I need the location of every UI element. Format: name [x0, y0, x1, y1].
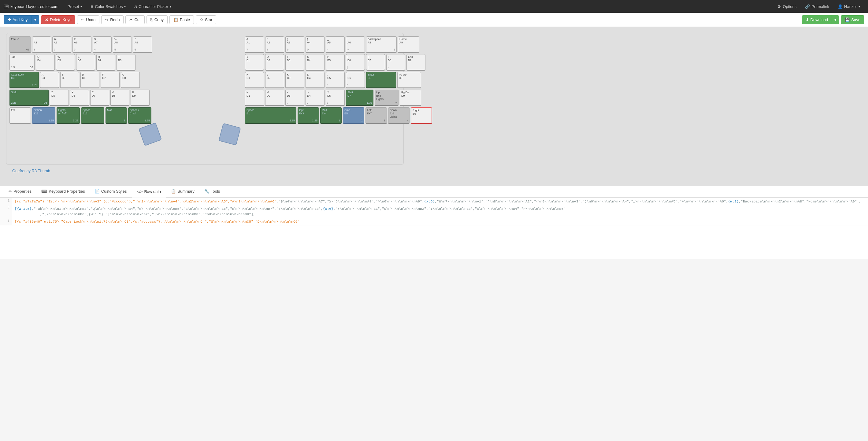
- key-2[interactable]: @A52: [52, 36, 71, 53]
- key-rbracket[interactable]: }B7]: [366, 54, 385, 71]
- key-y[interactable]: YB1: [245, 54, 264, 71]
- key-9[interactable]: (A39: [285, 36, 304, 53]
- key-lbracket[interactable]: {B6[: [346, 54, 365, 71]
- tab-custom-styles[interactable]: 📄 Custom Styles: [90, 186, 132, 197]
- tab-summary[interactable]: 📋 Summary: [166, 186, 199, 197]
- line-content-3[interactable]: [{c:"#436e40",w:1.75},"Caps Lock\n\n\n\n…: [12, 218, 868, 225]
- key-f[interactable]: FC7: [101, 72, 120, 88]
- key-3[interactable]: #A63: [72, 36, 91, 53]
- key-c[interactable]: CD7: [90, 90, 109, 106]
- key-semicolon[interactable]: :C5;: [326, 72, 345, 88]
- key-d[interactable]: DC6: [81, 72, 99, 88]
- nav-permalink[interactable]: 🔗 Permalink: [801, 0, 833, 13]
- key-shift-right[interactable]: ShiftD71.75: [346, 90, 373, 106]
- key-5[interactable]: %A85: [113, 36, 132, 53]
- key-ent[interactable]: Ent: [9, 107, 31, 124]
- key-g[interactable]: GC8: [121, 72, 140, 88]
- key-plus[interactable]: +A6=: [346, 36, 365, 53]
- key-capslock[interactable]: Caps LockC31.75: [9, 72, 39, 88]
- tab-keyboard-properties[interactable]: ⌨ Keyboard Properties: [36, 186, 90, 197]
- line-content-2[interactable]: [{w:1.5},"Tab\n\n\n\n1.5\n\n\n\nB3","Q\n…: [12, 205, 868, 218]
- copy-button[interactable]: ⎘ Copy: [147, 15, 167, 24]
- key-8[interactable]: *A28: [265, 36, 284, 53]
- key-k[interactable]: KC3: [285, 72, 304, 88]
- key-a[interactable]: AC4: [40, 72, 59, 88]
- nav-preset[interactable]: Preset ▾: [63, 0, 87, 13]
- key-h[interactable]: HC1: [245, 72, 264, 88]
- add-key-main[interactable]: ✚ Add Key: [4, 15, 31, 24]
- download-button[interactable]: ⬇ Download ▾: [802, 15, 839, 24]
- key-opt-ex3[interactable]: OptEx31.25: [298, 107, 319, 124]
- nav-color-swatches[interactable]: ⊞ Color Swatches ▾: [86, 0, 130, 13]
- key-option-left[interactable]: Option1251.25: [32, 107, 55, 124]
- key-r[interactable]: RB7: [96, 54, 115, 71]
- key-pgup[interactable]: Pg UpC9: [397, 72, 421, 88]
- key-1[interactable]: !A41: [32, 36, 51, 53]
- key-e[interactable]: EB6: [76, 54, 95, 71]
- key-minus[interactable]: _A5-: [326, 36, 345, 53]
- key-p[interactable]: PB5: [326, 54, 345, 71]
- key-m[interactable]: MD2: [265, 90, 284, 106]
- key-down-ex8[interactable]: DownEx8Lights-: [388, 107, 409, 124]
- line-content-1[interactable]: [{c:"#7a7a7a"},"Esc/~`\n\n\n\n\n\n\n\nA3…: [12, 198, 868, 205]
- key-v[interactable]: VD8: [111, 90, 129, 106]
- key-mo1-ex4[interactable]: Mo1Ex41: [320, 107, 342, 124]
- cut-button[interactable]: ✂ Cut: [125, 15, 144, 24]
- key-z[interactable]: ZD5: [50, 90, 69, 106]
- key-0[interactable]: )A40: [306, 36, 324, 53]
- key-end[interactable]: EndB9: [406, 54, 426, 71]
- save-button[interactable]: 💾 Save: [841, 15, 864, 24]
- nav-character-picker[interactable]: A Character Picker ▾: [130, 0, 175, 13]
- redo-button[interactable]: ↪ Redo: [101, 15, 124, 24]
- key-quote[interactable]: "C6': [346, 72, 365, 88]
- key-b[interactable]: BD9: [131, 90, 150, 106]
- key-right-e9[interactable]: RightE9: [411, 107, 432, 124]
- add-key-caret[interactable]: ▾: [31, 15, 39, 24]
- key-o[interactable]: OB4: [306, 54, 324, 71]
- download-main[interactable]: ⬇ Download: [802, 15, 832, 24]
- key-left-ex7[interactable]: LeftEx71: [366, 107, 387, 124]
- key-cmd-ex5[interactable]: CmdE51: [343, 107, 364, 124]
- tab-raw-data[interactable]: </> Raw data: [132, 186, 166, 197]
- key-space-right[interactable]: SpaceE12.85: [245, 107, 297, 124]
- key-space-cmd[interactable]: Space /Cmd1.25: [128, 107, 151, 124]
- key-backspace[interactable]: BackspaceA82: [366, 36, 397, 53]
- nav-user[interactable]: 👤 Hanzo- ▾: [833, 0, 864, 13]
- key-s[interactable]: SC5: [60, 72, 79, 88]
- key-home[interactable]: HomeA9: [398, 36, 419, 53]
- key-enter[interactable]: EnterC8: [366, 72, 396, 88]
- key-esc[interactable]: Esc/~`A3: [9, 36, 31, 53]
- key-lt[interactable]: <D3,: [285, 90, 304, 106]
- key-pgdn[interactable]: Pg DnD9: [400, 90, 421, 106]
- key-4[interactable]: $A74: [93, 36, 112, 53]
- brand[interactable]: keyboard-layout-editor.com: [4, 4, 58, 9]
- key-x[interactable]: XD6: [70, 90, 89, 106]
- key-space-ex6[interactable]: SpaceEx6: [81, 107, 104, 124]
- key-up-ex8[interactable]: UpEx8Lights+: [375, 90, 399, 106]
- key-t[interactable]: TB8: [117, 54, 135, 71]
- key-lights[interactable]: Lightson / off1.25: [57, 107, 80, 124]
- key-i[interactable]: IB3: [285, 54, 304, 71]
- key-tab[interactable]: TabB31.5: [9, 54, 35, 71]
- download-caret[interactable]: ▾: [832, 15, 839, 24]
- key-u[interactable]: UB2: [265, 54, 284, 71]
- star-button[interactable]: ☆ Star: [196, 15, 216, 24]
- key-w[interactable]: WB5: [56, 54, 75, 71]
- undo-button[interactable]: ↩ Undo: [77, 15, 99, 24]
- key-shift-left[interactable]: ShiftD32.25: [9, 90, 49, 106]
- key-n[interactable]: ND1: [245, 90, 264, 106]
- key-6[interactable]: ^A96: [133, 36, 152, 53]
- key-mo1[interactable]: Mo11: [105, 107, 127, 124]
- tab-tools[interactable]: 🔧 Tools: [199, 186, 225, 197]
- key-7[interactable]: &A17: [245, 36, 264, 53]
- nav-options[interactable]: ⚙ Options: [773, 0, 801, 13]
- delete-keys-button[interactable]: ✖ Delete Keys: [41, 15, 75, 24]
- key-question[interactable]: ?D5/: [326, 90, 345, 106]
- key-j[interactable]: JC2: [265, 72, 284, 88]
- code-wrapper[interactable]: 1 [{c:"#7a7a7a"},"Esc/~`\n\n\n\n\n\n\n\n…: [0, 198, 868, 225]
- key-backslash[interactable]: |B8\: [386, 54, 405, 71]
- add-key-button[interactable]: ✚ Add Key ▾: [4, 15, 39, 24]
- key-gt[interactable]: >D4.: [306, 90, 324, 106]
- tab-properties[interactable]: ✏ Properties: [4, 186, 36, 197]
- keyboard-name[interactable]: Quefrency R3 Thumb: [6, 165, 862, 176]
